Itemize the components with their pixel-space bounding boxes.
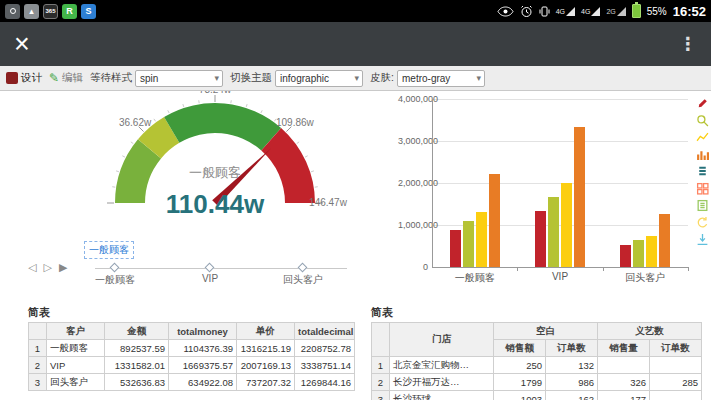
timeline-marker[interactable] <box>205 263 215 273</box>
loading-style-select[interactable]: spin ▾ <box>135 70 223 87</box>
y-axis <box>432 99 433 267</box>
vibrate-icon <box>539 5 550 18</box>
smart-stay-eye-icon <box>497 6 514 17</box>
gauge-tick-label: 109.86w <box>276 117 315 128</box>
bar-金额[interactable] <box>450 230 461 267</box>
table-cell: 177 <box>598 391 650 400</box>
gridline <box>432 99 688 100</box>
table-cell: 3338751.14 <box>295 357 355 374</box>
timeline-item-label[interactable]: 回头客户 <box>263 273 343 287</box>
bar-chart[interactable]: 01,000,0002,000,0003,000,0004,000,000一般顾… <box>398 93 696 298</box>
table-cell: 1799 <box>494 374 546 391</box>
battery-icon <box>632 4 641 18</box>
x-axis-tick <box>603 267 604 271</box>
stack-icon[interactable] <box>696 165 709 178</box>
table-row: 3回头客户532636.83634922.08737207.321269844.… <box>29 374 355 391</box>
data-view-icon[interactable] <box>696 199 709 212</box>
gauge-tick <box>122 156 125 157</box>
column-header: 门店 <box>390 323 494 357</box>
gallery-icon: ▴ <box>24 4 39 19</box>
table-cell: 2007169.13 <box>237 357 295 374</box>
x-axis-label: 一般顾客 <box>435 271 515 285</box>
table-row: 2长沙开福万达…1799986326285 <box>372 374 702 391</box>
column-header: 销售量 <box>598 340 650 357</box>
close-button[interactable]: × <box>14 31 30 58</box>
timeline-prev-button[interactable]: ◁ <box>28 261 36 274</box>
gauge-title: 一般顾客 <box>189 165 241 180</box>
gridline <box>432 183 688 184</box>
x-axis-tick <box>517 267 518 271</box>
table-row: 1一般顾客892537.591104376.391316215.19220875… <box>29 340 355 357</box>
bar-totaldecimal[interactable] <box>489 174 500 267</box>
y-axis-label: 1,000,000 <box>398 220 428 230</box>
timeline-marker[interactable] <box>110 263 120 273</box>
sim2-signal-icon: 4G <box>581 7 600 16</box>
r-app-icon: R <box>62 4 77 19</box>
tiled-icon[interactable] <box>696 182 709 195</box>
table-cell: 1104376.39 <box>169 340 237 357</box>
save-icon[interactable] <box>696 233 709 246</box>
table-cell: 285 <box>650 374 702 391</box>
table-cell: 162 <box>546 391 598 400</box>
column-header: totalmoney <box>169 323 237 340</box>
toolbar: 设计 ✎ 编辑 等待样式 spin ▾ 切换主题 infographic ▾ 皮… <box>0 66 711 91</box>
timeline: ◁ ▷ ▶ 一般顾客VIP回头客户 <box>0 257 395 293</box>
table-cell: 532636.83 <box>105 374 169 391</box>
table-cell: 1331582.01 <box>105 357 169 374</box>
column-header: 订单数 <box>546 340 598 357</box>
zoom-icon[interactable] <box>696 114 709 127</box>
bar-chart-icon[interactable] <box>696 148 709 161</box>
bar-totalmoney[interactable] <box>463 221 474 267</box>
overflow-menu-button[interactable]: ⋮ <box>679 35 697 53</box>
timeline-next-button[interactable]: ▷ <box>43 261 51 274</box>
bar-totalmoney[interactable] <box>633 240 644 267</box>
bar-金额[interactable] <box>620 245 631 267</box>
column-header <box>29 323 47 340</box>
chevron-down-icon: ▾ <box>215 73 220 84</box>
gauge-tick-label: 146.47w <box>309 197 348 208</box>
right-table-block: 简表 门店空白义艺数销售额订单数销售量订单数1北京金宝汇购物…2501322长沙… <box>371 304 702 400</box>
edit-icon[interactable] <box>696 97 709 110</box>
left-table-block: 简表 客户金额totalmoney单价totaldecimal1一般顾客8925… <box>28 304 355 400</box>
bar-金额[interactable] <box>535 211 546 267</box>
timeline-play-button[interactable]: ▶ <box>59 261 67 274</box>
table-cell: 一般顾客 <box>47 340 105 357</box>
gauge-tick <box>297 142 299 144</box>
s-app-icon: S <box>81 4 96 19</box>
edit-button[interactable]: ✎ 编辑 <box>49 71 83 85</box>
restore-icon[interactable] <box>696 216 709 229</box>
timeline-item-label[interactable]: VIP <box>170 273 250 284</box>
theme-select[interactable]: infographic ▾ <box>275 70 363 87</box>
line-chart-icon[interactable] <box>696 131 709 144</box>
bar-单价[interactable] <box>476 212 487 267</box>
skin-select[interactable]: metro-gray ▾ <box>397 70 485 87</box>
table-cell: 北京金宝汇购物… <box>390 357 494 374</box>
column-header: 空白 <box>494 323 598 340</box>
bar-单价[interactable] <box>561 183 572 267</box>
timeline-item-label[interactable]: 一般顾客 <box>75 273 155 287</box>
bar-totaldecimal[interactable] <box>574 127 585 267</box>
y-axis-label: 4,000,000 <box>398 94 428 104</box>
timeline-marker[interactable] <box>298 263 308 273</box>
bar-totaldecimal[interactable] <box>659 214 670 267</box>
bar-totalmoney[interactable] <box>548 197 559 267</box>
chevron-down-icon: ▾ <box>355 73 360 84</box>
column-header: 订单数 <box>650 340 702 357</box>
sim3-signal-icon: 2G <box>606 7 625 16</box>
bar-单价[interactable] <box>646 236 657 267</box>
table-cell <box>650 391 702 400</box>
y-axis-label: 0 <box>398 262 428 272</box>
clock: 16:52 <box>673 4 706 19</box>
gauge-tick-label: 73.24w <box>199 91 232 95</box>
design-button[interactable]: 设计 <box>6 71 42 85</box>
table-cell: 1669375.57 <box>169 357 237 374</box>
table-row: 1北京金宝汇购物…250132 <box>372 357 702 374</box>
table-cell <box>650 357 702 374</box>
gauge-tick <box>305 156 308 157</box>
table-cell: 3 <box>372 391 390 400</box>
x-axis-label: 回头客户 <box>605 271 685 285</box>
column-header: 金额 <box>105 323 169 340</box>
column-header: 销售额 <box>494 340 546 357</box>
theme-label: 切换主题 <box>230 71 272 85</box>
app-bar: × ⋮ <box>0 22 711 66</box>
